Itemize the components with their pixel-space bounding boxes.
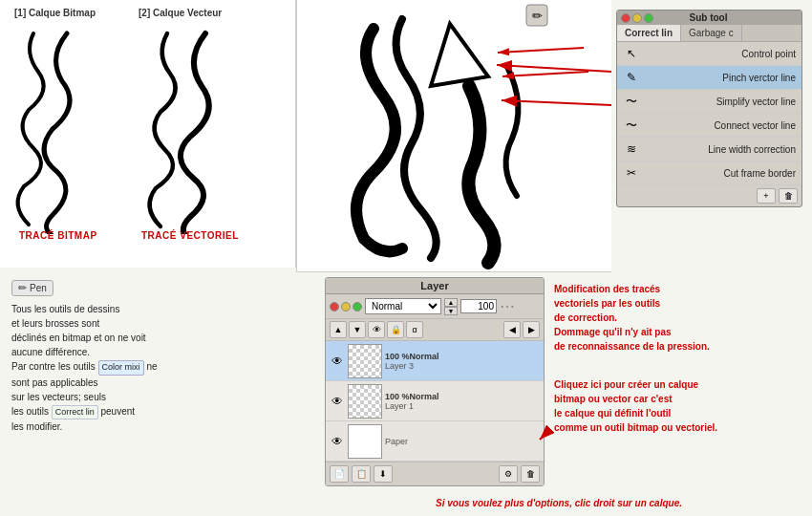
subtool-item-pinch[interactable]: ✎ Pinch verctor line xyxy=(617,66,801,90)
layer-row-1[interactable]: 👁 100 %Normal Layer 1 xyxy=(326,381,544,421)
layer-3-blend: 100 %Normal xyxy=(385,352,540,361)
simplify-label: Simplify vector line xyxy=(646,97,796,107)
pen-badge: ✏ Pen xyxy=(11,280,53,296)
layer-controls-row: Normal Multiply Screen ▲ ▼ ⋯ xyxy=(326,294,544,319)
linewidth-label: Line width correction xyxy=(646,144,796,155)
subtool-item-simplify[interactable]: 〜 Simplify vector line xyxy=(617,90,801,114)
control-point-icon: ↖ xyxy=(623,45,640,62)
center-svg: ✏ xyxy=(297,0,612,272)
pen-icon: ✏ xyxy=(18,282,27,294)
layer-settings-btn[interactable]: ⚙ xyxy=(499,465,518,483)
layer-toolbar: ▲ ▼ 👁 🔒 α ◀ ▶ xyxy=(326,319,544,341)
bottom-left-area: ✏ Pen Tous les outils de dessins et leur… xyxy=(0,272,296,516)
annotation-right-bottom: Cliquez ici pour créer un calque bitmap … xyxy=(554,377,802,435)
blend-down-arrow[interactable]: ▼ xyxy=(444,307,458,315)
simplify-icon: 〜 xyxy=(623,93,640,110)
layer-3-eye[interactable]: 👁 xyxy=(330,354,345,369)
subtool-tab-correct[interactable]: Correct lin xyxy=(617,25,681,41)
vector-drawing xyxy=(139,24,272,234)
layer-alpha-btn[interactable]: α xyxy=(406,321,423,338)
svg-line-2 xyxy=(498,48,584,53)
subtool-item-linewidth[interactable]: ≋ Line width correction xyxy=(617,138,801,161)
layer-eye-btn[interactable]: 👁 xyxy=(368,321,385,338)
subtool-panel: Sub tool Correct lin Garbage c ↖ Control… xyxy=(616,10,802,207)
subtool-tab-garbage[interactable]: Garbage c xyxy=(681,25,742,41)
layer-1-blend: 100 %Normal xyxy=(385,392,540,401)
subtool-item-control-point[interactable]: ↖ Control point xyxy=(617,42,801,66)
label-bitmap: [1] Calque Bitmap xyxy=(14,8,96,18)
layer-1-thumb xyxy=(348,384,382,419)
cut-icon: ✂ xyxy=(623,164,640,182)
layer-bottom-bar: 📄 📋 ⬇ ⚙ 🗑 xyxy=(326,462,544,485)
pinch-icon: ✎ xyxy=(623,69,640,86)
new-raster-layer-btn[interactable]: 📄 xyxy=(330,465,349,483)
layer-3-info: 100 %Normal Layer 3 xyxy=(385,352,540,371)
subtool-item-cut[interactable]: ✂ Cut frame border xyxy=(617,161,801,185)
new-vector-layer-btn[interactable]: 📋 xyxy=(352,465,371,483)
svg-line-3 xyxy=(502,72,588,76)
body-text: Tous les outils de dessins et leurs bros… xyxy=(11,302,285,434)
layer-down-btn[interactable]: ▼ xyxy=(349,321,366,338)
subtool-titlebar: Sub tool xyxy=(617,11,801,25)
trace-vector-label: Tracé Vectoriel xyxy=(141,230,239,241)
layer-1-info: 100 %Normal Layer 1 xyxy=(385,392,540,411)
layer-more2-btn[interactable]: ▶ xyxy=(523,321,540,338)
subtool-items: ↖ Control point ✎ Pinch verctor line 〜 S… xyxy=(617,42,801,185)
center-drawing: ✏ xyxy=(296,0,611,272)
layer-up-btn[interactable]: ▲ xyxy=(330,321,347,338)
subtool-maximize-btn[interactable] xyxy=(644,13,653,23)
layer-move-down-btn[interactable]: ⬇ xyxy=(374,465,393,483)
subtool-title: Sub tool xyxy=(690,12,728,23)
subtool-minimize-btn[interactable] xyxy=(632,13,642,23)
paper-eye[interactable]: 👁 xyxy=(330,434,345,449)
minimize-btn[interactable] xyxy=(341,302,351,312)
layer-row-3[interactable]: 👁 100 %Normal Layer 3 xyxy=(326,341,544,381)
subtool-add-btn[interactable]: + xyxy=(757,188,776,204)
layer-delete-btn[interactable]: 🗑 xyxy=(521,465,540,483)
layer-rows: 👁 100 %Normal Layer 3 👁 100 %Normal Laye… xyxy=(326,341,544,462)
subtool-del-btn[interactable]: 🗑 xyxy=(779,188,798,204)
opacity-input[interactable] xyxy=(460,299,497,313)
subtool-item-connect[interactable]: 〜 Connect vector line xyxy=(617,114,801,138)
maximize-btn[interactable] xyxy=(353,302,362,312)
blend-up-arrow[interactable]: ▲ xyxy=(444,298,458,307)
pinch-label: Pinch verctor line xyxy=(646,73,796,83)
cut-label: Cut frame border xyxy=(646,168,796,179)
trace-bitmap-label: Tracé Bitmap xyxy=(19,230,97,241)
color-mixi-badge: Color mixi xyxy=(98,360,144,376)
subtool-window-controls xyxy=(621,13,653,23)
subtool-tabs: Correct lin Garbage c xyxy=(617,25,801,42)
subtool-bottom-bar: + 🗑 xyxy=(617,185,801,206)
layer-panel-title: Layer xyxy=(326,278,544,294)
blend-arrows: ▲ ▼ xyxy=(444,298,458,315)
correct-lin-badge: Correct lin xyxy=(52,405,98,420)
close-btn[interactable] xyxy=(330,302,339,312)
subtool-close-btn[interactable] xyxy=(621,13,630,23)
svg-text:✏: ✏ xyxy=(532,9,543,23)
layer-1-eye[interactable]: 👁 xyxy=(330,394,345,409)
window-controls xyxy=(330,302,362,312)
opacity-slider[interactable]: ⋯ xyxy=(500,297,515,315)
linewidth-icon: ≋ xyxy=(623,140,640,158)
annotation-right-top: Modification des tracés vectoriels par l… xyxy=(554,282,802,354)
blend-mode-select[interactable]: Normal Multiply Screen xyxy=(365,298,441,314)
layer-lock-btn[interactable]: 🔒 xyxy=(387,321,404,338)
control-point-label: Control point xyxy=(646,49,796,59)
layer-panel: Layer Normal Multiply Screen ▲ ▼ ⋯ ▲ ▼ 👁… xyxy=(325,277,545,486)
layer-1-name: Layer 1 xyxy=(385,401,540,411)
paper-name: Paper xyxy=(385,437,540,446)
paper-thumb xyxy=(348,424,382,459)
layer-3-thumb xyxy=(348,344,382,378)
layer-row-paper[interactable]: 👁 Paper xyxy=(326,421,544,462)
bitmap-drawing xyxy=(5,24,139,234)
paper-info: Paper xyxy=(385,437,540,446)
illustration-area: [1] Calque Bitmap [2] Calque Vecteur Tra… xyxy=(0,0,296,268)
layer-more1-btn[interactable]: ◀ xyxy=(503,321,521,338)
layer-3-name: Layer 3 xyxy=(385,361,540,371)
connect-label: Connect vector line xyxy=(646,120,796,131)
bottom-caption: Si vous voulez plus d'options, clic droi… xyxy=(315,498,802,508)
connect-icon: 〜 xyxy=(623,117,640,134)
label-vecteur: [2] Calque Vecteur xyxy=(139,8,222,18)
